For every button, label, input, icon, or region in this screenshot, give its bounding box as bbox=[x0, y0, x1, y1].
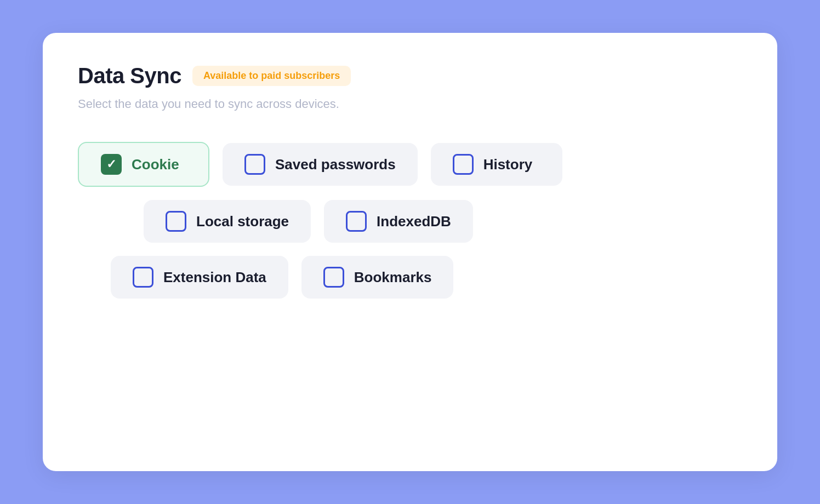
option-saved-passwords[interactable]: Saved passwords bbox=[223, 143, 418, 186]
main-card: Data Sync Available to paid subscribers … bbox=[43, 33, 777, 471]
option-indexeddb[interactable]: IndexedDB bbox=[324, 200, 473, 243]
page-title: Data Sync bbox=[78, 64, 181, 88]
checkbox-bookmarks bbox=[323, 267, 344, 288]
availability-badge: Available to paid subscribers bbox=[192, 66, 351, 86]
option-extension-data[interactable]: Extension Data bbox=[111, 256, 288, 299]
checkbox-indexeddb bbox=[346, 211, 367, 232]
option-bookmarks[interactable]: Bookmarks bbox=[301, 256, 454, 299]
checkbox-local-storage bbox=[166, 211, 186, 232]
checkbox-saved-passwords bbox=[244, 154, 265, 175]
option-cookie[interactable]: ✓ Cookie bbox=[78, 142, 209, 187]
option-local-storage[interactable]: Local storage bbox=[144, 200, 311, 243]
option-indexeddb-label: IndexedDB bbox=[377, 213, 451, 230]
option-history[interactable]: History bbox=[431, 143, 562, 186]
option-history-label: History bbox=[483, 156, 533, 173]
option-extension-data-label: Extension Data bbox=[163, 269, 266, 286]
checkbox-cookie: ✓ bbox=[101, 154, 122, 175]
subtitle-text: Select the data you need to sync across … bbox=[78, 97, 742, 111]
option-local-storage-label: Local storage bbox=[196, 213, 289, 230]
checkbox-extension-data bbox=[133, 267, 153, 288]
option-saved-passwords-label: Saved passwords bbox=[275, 156, 396, 173]
option-bookmarks-label: Bookmarks bbox=[354, 269, 432, 286]
options-row-3: Extension Data Bookmarks bbox=[78, 256, 742, 299]
option-cookie-label: Cookie bbox=[132, 156, 179, 173]
checkmark-icon: ✓ bbox=[106, 158, 116, 170]
checkbox-history bbox=[453, 154, 474, 175]
options-row-2: Local storage IndexedDB bbox=[78, 200, 742, 243]
options-grid: ✓ Cookie Saved passwords History Local s… bbox=[78, 142, 742, 299]
header: Data Sync Available to paid subscribers bbox=[78, 64, 742, 88]
options-row-1: ✓ Cookie Saved passwords History bbox=[78, 142, 742, 187]
